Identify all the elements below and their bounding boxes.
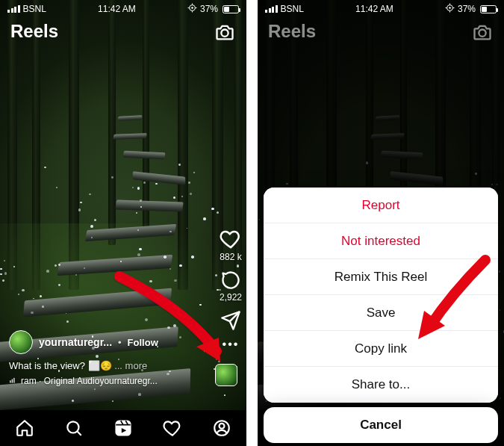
comment-button[interactable]: 2,922 bbox=[220, 270, 242, 303]
sheet-item-share-to[interactable]: Share to... bbox=[264, 367, 498, 403]
caption-text: What is the view? bbox=[9, 360, 85, 371]
caption-more-button[interactable]: ... more bbox=[114, 360, 147, 371]
location-icon bbox=[187, 3, 197, 15]
tab-activity[interactable] bbox=[162, 418, 183, 439]
svg-rect-8 bbox=[12, 380, 13, 383]
paper-plane-icon bbox=[220, 310, 241, 331]
sheet-item-report[interactable]: Report bbox=[264, 188, 498, 223]
follow-button[interactable]: Follow bbox=[128, 337, 158, 348]
svg-point-1 bbox=[192, 7, 193, 9]
more-options-button[interactable]: ••• bbox=[223, 338, 240, 350]
carrier-label: BSNL bbox=[23, 4, 46, 14]
reel-action-rail: 882 k 2,922 ••• bbox=[220, 228, 242, 350]
svg-rect-13 bbox=[116, 421, 131, 436]
sheet-item-copy-link[interactable]: Copy link bbox=[264, 331, 498, 367]
tab-home[interactable] bbox=[14, 418, 35, 439]
clock-label: 11:42 AM bbox=[98, 4, 136, 14]
avatar[interactable] bbox=[9, 330, 33, 354]
svg-rect-9 bbox=[13, 378, 14, 383]
action-sheet: Report Not interested Remix This Reel Sa… bbox=[264, 188, 498, 403]
battery-pct-label: 37% bbox=[200, 4, 218, 14]
svg-point-6 bbox=[221, 30, 228, 37]
like-count: 882 k bbox=[220, 252, 241, 262]
svg-line-12 bbox=[77, 431, 81, 435]
reel-meta: yournaturegr... • Follow What is the vie… bbox=[9, 330, 202, 386]
like-button[interactable]: 882 k bbox=[220, 228, 242, 262]
comment-count: 2,922 bbox=[220, 292, 242, 303]
action-sheet-backdrop[interactable]: Report Not interested Remix This Reel Sa… bbox=[258, 0, 504, 446]
comment-icon bbox=[220, 270, 241, 291]
sheet-item-not-interested[interactable]: Not interested bbox=[264, 223, 498, 259]
share-button[interactable] bbox=[220, 310, 241, 331]
signal-icon bbox=[7, 5, 20, 13]
caption-emoji: ⬜😔 bbox=[88, 360, 112, 371]
audio-icon bbox=[9, 377, 16, 385]
svg-point-11 bbox=[67, 421, 78, 433]
bottom-nav bbox=[0, 410, 246, 446]
phone-right: BSNL 11:42 AM 37% Reels Report Not inter… bbox=[258, 0, 504, 446]
heart-icon bbox=[220, 228, 242, 250]
phone-left: BSNL 11:42 AM 37% Reels 882 k 2,922 bbox=[0, 0, 246, 446]
tab-profile[interactable] bbox=[211, 418, 232, 439]
sheet-cancel-button[interactable]: Cancel bbox=[264, 407, 498, 443]
camera-button[interactable] bbox=[214, 21, 236, 43]
tab-search[interactable] bbox=[63, 418, 84, 439]
battery-icon bbox=[223, 5, 239, 13]
audio-text: ram · Original Audioyournaturegr... bbox=[21, 376, 158, 386]
sheet-item-remix[interactable]: Remix This Reel bbox=[264, 259, 498, 295]
svg-point-15 bbox=[220, 424, 225, 429]
page-title: Reels bbox=[10, 21, 58, 42]
audio-button[interactable]: ram · Original Audioyournaturegr... bbox=[9, 376, 202, 386]
dot-separator: • bbox=[118, 337, 122, 348]
svg-rect-7 bbox=[10, 380, 10, 382]
sheet-item-save[interactable]: Save bbox=[264, 295, 498, 331]
tab-reels[interactable] bbox=[113, 418, 134, 439]
more-icon: ••• bbox=[223, 338, 240, 350]
audio-thumbnail[interactable] bbox=[215, 364, 237, 386]
username-label[interactable]: yournaturegr... bbox=[39, 336, 112, 348]
status-bar: BSNL 11:42 AM 37% bbox=[0, 0, 246, 16]
